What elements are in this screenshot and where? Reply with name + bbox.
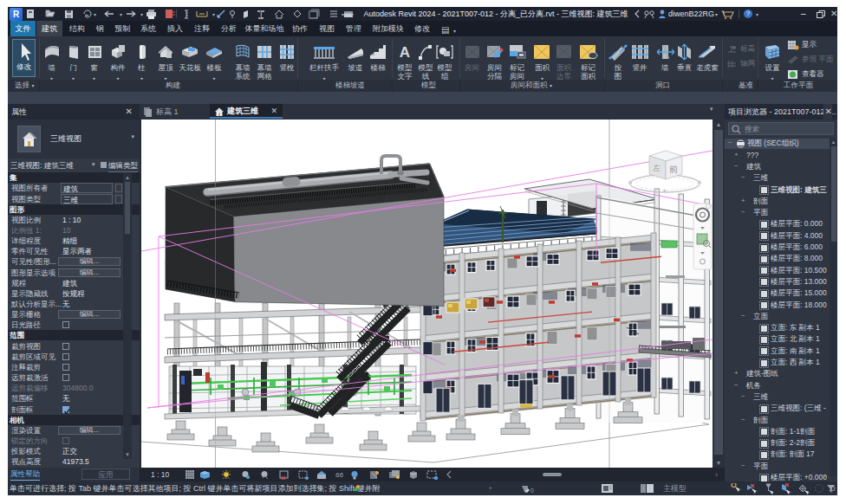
svg-text:前: 前 (669, 165, 678, 174)
svg-text:66: 66 (335, 471, 343, 479)
svg-text:A: A (400, 44, 410, 61)
svg-text:左: 左 (653, 164, 661, 172)
svg-text:0: 0 (530, 488, 534, 494)
